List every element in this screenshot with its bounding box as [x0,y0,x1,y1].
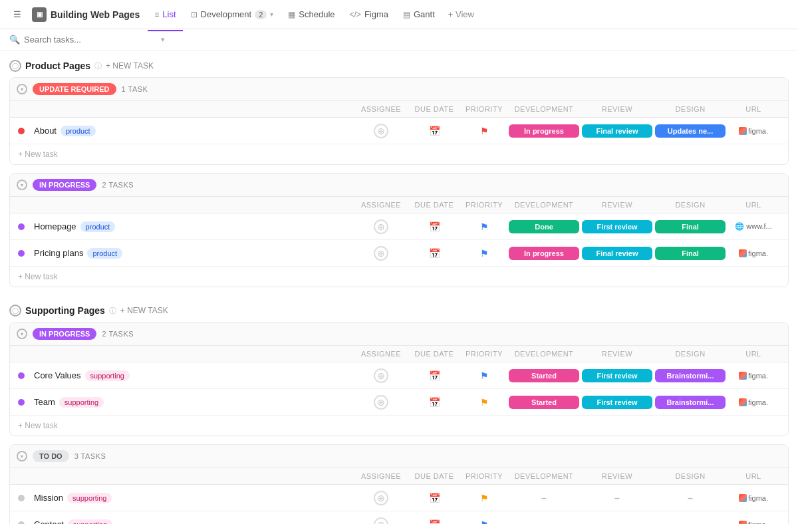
task-development-cell[interactable]: – [507,487,581,509]
task-label: About [34,126,57,136]
table-row[interactable]: Contact supporting ⊕ 📅 ⚑ – – – figma. [10,511,788,524]
new-task-button[interactable]: + New task [10,144,788,164]
add-view-button[interactable]: + View [443,5,479,23]
task-url-cell[interactable]: 🌐 www.f... [727,222,780,231]
table-row[interactable]: Team supporting ⊕ 📅 ⚑ Started First revi… [10,389,788,416]
task-development-cell[interactable]: – [507,514,581,525]
task-url-cell[interactable]: figma. [727,372,780,380]
figma-dot [739,521,747,525]
task-tag[interactable]: product [87,248,122,259]
col-assignee-label: ASSIGNEE [354,201,408,209]
tab-schedule[interactable]: ▦ Schedule [281,5,341,23]
www-url-icon: 🌐 www.f... [735,222,772,231]
table-row[interactable]: Homepage product ⊕ 📅 ⚑ Done First review… [10,213,788,240]
task-assignee[interactable]: ⊕ [354,368,408,383]
task-assignee[interactable]: ⊕ [354,124,408,138]
task-priority[interactable]: ⚑ [461,397,507,408]
task-due-date[interactable]: 📅 [408,221,461,232]
search-input[interactable] [24,35,157,45]
avatar: ⊕ [374,219,388,234]
task-review-cell[interactable]: – [581,487,654,509]
tab-gantt[interactable]: ▤ Gantt [396,5,442,23]
task-url-cell[interactable]: figma. [727,494,780,502]
task-design-cell[interactable]: Updates ne... [654,122,727,140]
task-assignee[interactable]: ⊕ [354,395,408,410]
task-priority[interactable]: ⚑ [461,248,507,259]
task-assignee[interactable]: ⊕ [354,491,408,505]
section-new-task-button[interactable]: + NEW TASK [120,306,168,315]
tab-development[interactable]: ⊡ Development 2 ▾ [184,5,281,23]
task-tag[interactable]: supporting [85,370,130,381]
group-badge: IN PROGRESS [33,179,96,191]
table-row[interactable]: About product ⊕ 📅 ⚑ In progress Final re… [10,118,788,144]
task-review-cell[interactable]: Final review [581,244,654,263]
task-tag[interactable]: supporting [59,397,104,408]
table-row[interactable]: Core Values supporting ⊕ 📅 ⚑ Started Fir… [10,362,788,389]
task-development-cell[interactable]: Done [507,217,581,236]
task-due-date[interactable]: 📅 [408,493,461,503]
tab-figma[interactable]: </> Figma [343,5,395,23]
task-tag[interactable]: product [61,126,96,136]
avatar: ⊕ [374,491,388,505]
task-review-cell[interactable]: – [581,514,654,525]
new-task-button[interactable]: + New task [10,267,788,287]
task-url-cell[interactable]: figma. [727,249,780,257]
task-development-cell[interactable]: In progress [507,244,581,263]
figma-icon: </> [350,10,361,19]
task-priority[interactable]: ⚑ [461,370,507,381]
search-dropdown-icon[interactable]: ▾ [161,35,165,44]
group-toggle[interactable]: ▾ [17,84,27,94]
group-toggle[interactable]: ▾ [17,451,27,462]
task-due-date[interactable]: 📅 [408,397,461,408]
task-priority[interactable]: ⚑ [461,519,507,525]
task-review-cell[interactable]: First review [581,217,654,236]
task-url-cell[interactable]: figma. [727,398,780,406]
group-toggle[interactable]: ▾ [17,329,27,339]
task-label: Team [34,397,55,407]
section-info-icon[interactable]: ⓘ [94,61,102,71]
task-priority[interactable]: ⚑ [461,126,507,136]
task-development-cell[interactable]: In progress [507,122,581,140]
task-due-date[interactable]: 📅 [408,126,461,136]
task-tag[interactable]: supporting [67,493,112,503]
group-toggle[interactable]: ▾ [17,180,27,190]
task-development-cell[interactable]: Started [507,366,581,385]
task-design-cell[interactable]: Final [654,244,727,263]
figma-url-icon: figma. [739,127,768,135]
task-due-date[interactable]: 📅 [408,248,461,259]
col-priority-label: PRIORITY [461,350,507,358]
task-color-indicator [18,399,25,406]
section-toggle[interactable]: ◯ [9,305,21,317]
task-review-cell[interactable]: First review [581,393,654,412]
task-priority[interactable]: ⚑ [461,221,507,232]
task-tag[interactable]: supporting [68,519,112,525]
section-info-icon[interactable]: ⓘ [109,306,116,316]
table-row[interactable]: Pricing plans product ⊕ 📅 ⚑ In progress … [10,240,788,267]
task-development-cell[interactable]: Started [507,393,581,412]
calendar-icon: 📅 [429,126,440,136]
task-assignee[interactable]: ⊕ [354,517,408,525]
col-url-label: URL [727,472,780,480]
new-task-button[interactable]: + New task [10,416,788,436]
col-design-label: DESIGN [654,350,727,358]
task-design-cell[interactable]: – [654,487,727,509]
section-toggle[interactable]: ◯ [9,60,21,72]
task-due-date[interactable]: 📅 [408,370,461,381]
task-assignee[interactable]: ⊕ [354,246,408,261]
task-url-cell[interactable]: figma. [727,127,780,135]
task-url-cell[interactable]: figma. [727,521,780,525]
task-design-cell[interactable]: Brainstormi... [654,393,727,412]
task-priority[interactable]: ⚑ [461,493,507,503]
task-due-date[interactable]: 📅 [408,519,461,525]
task-design-cell[interactable]: – [654,514,727,525]
task-review-cell[interactable]: Final review [581,122,654,140]
task-tag[interactable]: product [80,221,116,232]
table-row[interactable]: Mission supporting ⊕ 📅 ⚑ – – – figma. [10,485,788,511]
task-design-cell[interactable]: Final [654,217,727,236]
task-review-cell[interactable]: First review [581,366,654,385]
tab-list[interactable]: ≡ List [148,5,182,23]
task-assignee[interactable]: ⊕ [354,219,408,234]
hamburger-menu[interactable]: ☰ [8,5,27,24]
section-new-task-button[interactable]: + NEW TASK [106,61,154,70]
task-design-cell[interactable]: Brainstormi... [654,366,727,385]
